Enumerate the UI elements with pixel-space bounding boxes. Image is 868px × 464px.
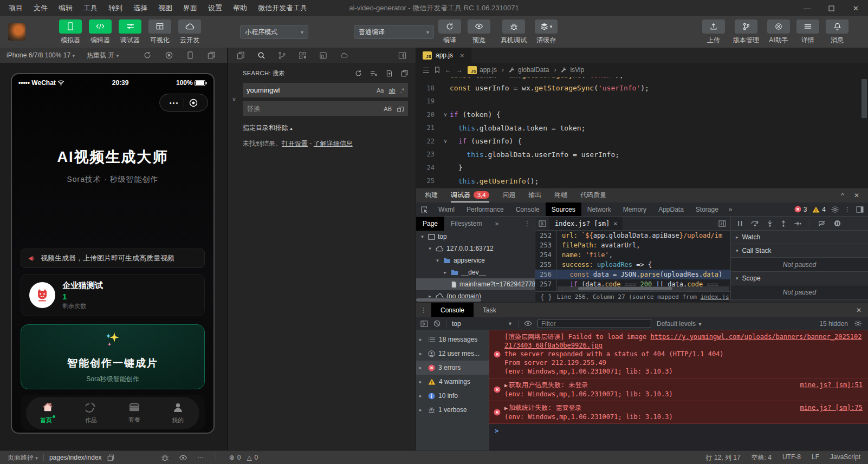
screenshot-icon[interactable] — [165, 51, 173, 59]
files-icon[interactable] — [237, 51, 245, 60]
tab-task[interactable]: Task — [474, 303, 506, 317]
tab-filesystem[interactable]: Filesystem — [444, 217, 488, 231]
close-console-icon[interactable]: ✕ — [856, 306, 868, 314]
encoding[interactable]: UTF-8 — [782, 453, 801, 462]
step-over-icon[interactable] — [751, 220, 759, 226]
step-into-icon[interactable] — [767, 220, 773, 227]
show-debugger-icon[interactable] — [718, 220, 730, 227]
mapped-source-link[interactable]: index.js — [701, 293, 729, 300]
panel-tab-代码质量[interactable]: 代码质量 — [580, 188, 606, 202]
gear-icon[interactable] — [854, 320, 861, 327]
panel-tab-调试器[interactable]: 调试器3,4 — [451, 188, 489, 202]
app-tab-我的[interactable]: 我的 — [156, 402, 199, 424]
editor-tab-appjs[interactable]: JS app.js × — [416, 48, 471, 63]
app-tab-套餐[interactable]: 套餐 — [113, 402, 156, 424]
open-settings-link[interactable]: 打开设置 — [282, 140, 308, 147]
source-control-icon[interactable] — [278, 51, 286, 60]
panel-tab-问题[interactable]: 问题 — [502, 188, 515, 202]
toolbar-button-预览[interactable]: 预览 — [467, 19, 491, 45]
drag-handle-icon[interactable]: ⋮ — [416, 306, 431, 314]
hide-navigator-icon[interactable] — [535, 220, 549, 227]
extensions-icon[interactable] — [299, 51, 307, 60]
file-tab-indexjs[interactable]: index.js? [sm]× — [549, 217, 623, 230]
toolbar-button-版本管理[interactable]: 版本管理 — [730, 19, 762, 45]
replace-all-icon[interactable] — [397, 105, 404, 112]
callstack-section[interactable]: ▾Call Stack — [731, 244, 868, 258]
maximize-button[interactable] — [819, 0, 844, 16]
regex-icon[interactable]: .* — [400, 87, 404, 94]
sources-hscrollbar[interactable] — [558, 286, 729, 291]
preserve-case-icon[interactable]: AB — [384, 106, 392, 112]
menu-编辑[interactable]: 编辑 — [53, 0, 78, 16]
pause-on-exceptions-icon[interactable] — [834, 220, 841, 227]
step-out-icon[interactable] — [781, 220, 786, 227]
eye-icon[interactable] — [179, 455, 187, 461]
whole-word-icon[interactable]: ab — [388, 87, 395, 94]
clear-console-icon[interactable] — [433, 320, 441, 327]
search-details-toggle[interactable]: 指定目录和排除 ▴ — [228, 120, 416, 133]
more-tabs-icon[interactable]: » — [488, 217, 505, 231]
expand-icon[interactable]: ▶ — [504, 405, 508, 411]
devtools-tab-Network[interactable]: Network — [581, 202, 617, 216]
tree-item-mainframe?t=17629427780[interactable]: mainframe?t=17629427780 — [416, 278, 535, 290]
devtools-tab-Performance[interactable]: Performance — [461, 202, 510, 216]
app-tab-首页[interactable]: 首页 — [26, 402, 69, 424]
panel-tab-输出[interactable]: 输出 — [528, 188, 541, 202]
source-location-link[interactable]: mine.js? [sm]:51 — [800, 381, 863, 390]
toggle-replace-icon[interactable]: ∨ — [232, 96, 236, 103]
menu-微信开发者工具[interactable]: 微信开发者工具 — [252, 0, 313, 16]
console-filter-4 warnings[interactable]: ▸4 warnings — [416, 375, 489, 389]
rotate-icon[interactable] — [144, 51, 151, 59]
toolbar-button-编辑器[interactable]: 编辑器 — [88, 19, 113, 45]
breadcrumb-file[interactable]: JSapp.js — [468, 66, 497, 74]
capsule-menu[interactable]: ••• — [159, 94, 208, 112]
collapse-panel-icon[interactable]: ^ — [841, 192, 844, 199]
search-input[interactable]: youmingwl Aa ab .* — [243, 83, 408, 97]
npm-panel-icon[interactable] — [319, 51, 327, 60]
devtools-tab-AppData[interactable]: AppData — [652, 202, 690, 216]
open-new-search-editor-icon[interactable] — [386, 70, 393, 77]
search-icon[interactable] — [257, 51, 265, 60]
close-button[interactable]: ✕ — [844, 0, 868, 16]
close-tab-icon[interactable]: × — [460, 51, 464, 60]
levels-select[interactable]: Default levels ▼ — [657, 320, 702, 328]
refresh-icon[interactable] — [355, 70, 362, 77]
close-tab-icon[interactable]: × — [613, 220, 617, 227]
tree-item-(no domain)[interactable]: ▸(no domain) — [416, 290, 535, 298]
devtools-tab-Storage[interactable]: Storage — [690, 202, 724, 216]
deactivate-breakpoints-icon[interactable] — [818, 220, 826, 227]
devtools-tab-Memory[interactable]: Memory — [617, 202, 652, 216]
toolbar-button-清缓存[interactable]: ▾清缓存 — [534, 19, 559, 45]
tree-item-__dev__[interactable]: ▸__dev__ — [416, 266, 535, 278]
user-avatar[interactable] — [8, 23, 25, 41]
toolbar-button-可视化[interactable]: 可视化 — [147, 19, 172, 45]
notice-banner[interactable]: 视频生成器，上传图片即可生成高质量视频 — [21, 249, 205, 268]
tree-scrollbar[interactable] — [416, 298, 535, 302]
toolbar-button-消息[interactable]: 消息 — [825, 19, 850, 45]
nav-forward-icon[interactable]: → — [456, 66, 463, 74]
tree-item-appservice[interactable]: ▾appservice — [416, 254, 535, 266]
language-mode[interactable]: JavaScript — [830, 453, 860, 462]
open-in-editor-icon[interactable] — [401, 70, 408, 77]
target-icon[interactable] — [189, 99, 198, 107]
devtools-tab-Sources[interactable]: Sources — [546, 202, 581, 216]
learn-more-link[interactable]: 了解详细信息 — [314, 140, 353, 147]
breakpoints-section[interactable]: ▾Breakpoints — [731, 299, 868, 302]
menu-选择[interactable]: 选择 — [128, 0, 153, 16]
cursor-position[interactable]: 行 12, 列 17 — [706, 453, 741, 462]
problems-indicator[interactable]: ⊗0 △0 — [229, 454, 258, 461]
create-button[interactable]: 智能创作一键成片 Sora秒级智能创作 — [21, 324, 205, 389]
toolbar-button-真机调试[interactable]: 真机调试 — [498, 19, 529, 45]
indent-setting[interactable]: 空格: 4 — [752, 453, 772, 462]
toolbar-button-详情[interactable]: 详情 — [795, 19, 820, 45]
overflow-menu-icon[interactable]: ⋮ — [844, 206, 851, 213]
panel-tab-终端[interactable]: 终端 — [554, 188, 567, 202]
console-filter-1 verbose[interactable]: ▸1 verbose — [416, 403, 489, 417]
menu-帮助[interactable]: 帮助 — [228, 0, 252, 16]
collapse-sidebar-icon[interactable] — [398, 51, 406, 60]
menu-设置[interactable]: 设置 — [203, 0, 228, 16]
console-filter-18 messages[interactable]: ▸18 messages — [416, 332, 489, 347]
more-tabs-icon[interactable]: » — [724, 206, 737, 213]
tab-page[interactable]: Page — [416, 217, 444, 231]
toolbar-button-编译[interactable]: 编译 — [437, 19, 462, 45]
